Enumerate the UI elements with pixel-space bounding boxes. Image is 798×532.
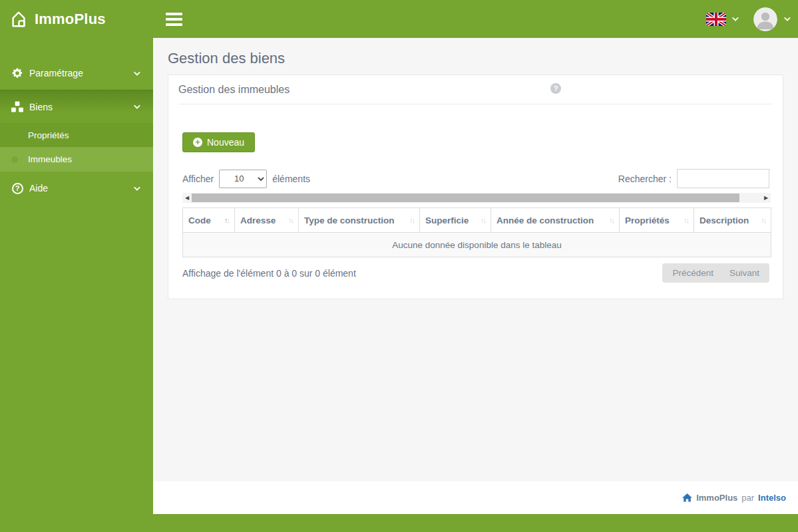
chevron-down-icon [784, 15, 791, 21]
sidebar-item-proprietes[interactable]: Propriétés [0, 123, 153, 147]
scrollbar-thumb[interactable] [192, 194, 739, 202]
sort-icon: ↑↓ [409, 216, 414, 224]
chevron-down-icon [134, 184, 140, 191]
language-selector[interactable] [706, 13, 737, 26]
empty-table-message: Aucune donnée disponible dans le tableau [183, 233, 771, 257]
chevron-down-icon [134, 102, 140, 109]
uk-flag-icon [706, 13, 726, 26]
sidebar-item-label: Biens [29, 102, 53, 112]
sort-icon: ↑↓ [224, 216, 229, 224]
scroll-right-icon[interactable]: ▶ [761, 193, 771, 203]
column-header-description[interactable]: Description ↑↓ [694, 208, 771, 233]
sidebar-item-immeubles[interactable]: Immeubles [0, 147, 153, 172]
user-menu[interactable] [753, 7, 789, 31]
home-icon [682, 493, 692, 502]
column-header-adresse[interactable]: Adresse ↑↓ [235, 208, 299, 233]
immeubles-panel: Gestion des immeubles ? + Nouveau Affich… [168, 74, 783, 299]
table-controls-row: Afficher 10 éléments Rechercher : [182, 169, 769, 188]
sort-icon: ↑↓ [609, 216, 614, 224]
new-button-label: Nouveau [207, 137, 244, 148]
table-footer-row: Affichage de l'élément 0 à 0 sur 0 éléme… [182, 263, 769, 283]
sidebar-item-aide[interactable]: ? Aide [0, 172, 153, 205]
footer-company-link[interactable]: Intelso [758, 493, 786, 503]
chevron-down-icon [732, 15, 739, 21]
sidebar-item-parametrage[interactable]: Paramétrage [0, 57, 153, 90]
panel-title: Gestion des immeubles [178, 84, 290, 95]
question-circle-icon: ? [11, 183, 24, 194]
house-logo-icon [9, 9, 29, 30]
length-label-prefix: Afficher [182, 174, 214, 184]
search-control: Rechercher : [618, 169, 769, 188]
column-header-annee-construction[interactable]: Année de construction ↑↓ [491, 208, 620, 233]
page-footer: ImmoPlus par Intelso [153, 481, 798, 514]
sidebar-item-biens[interactable]: Biens [0, 90, 153, 123]
column-header-proprietes[interactable]: Propriétés ↑↓ [620, 208, 694, 233]
chevron-down-icon [134, 69, 140, 76]
horizontal-scrollbar[interactable]: ◀ ▶ [182, 193, 771, 203]
main-content: Gestion des biens Gestion des immeubles … [153, 38, 798, 481]
help-icon[interactable]: ? [550, 83, 561, 94]
sidebar-item-label: Paramétrage [29, 68, 83, 78]
sort-icon: ↑↓ [684, 216, 688, 224]
active-dot-icon [11, 156, 18, 163]
column-header-type-construction[interactable]: Type de construction ↑↓ [299, 208, 420, 233]
sort-icon: ↑↓ [288, 216, 293, 224]
avatar [753, 7, 777, 31]
topbar-right-section [706, 7, 798, 31]
length-label-suffix: éléments [272, 174, 310, 184]
search-label: Rechercher : [618, 174, 672, 184]
page-title: Gestion des biens [168, 50, 783, 67]
footer-separator: par [741, 493, 754, 503]
scroll-left-icon[interactable]: ◀ [182, 193, 192, 203]
pagination: Précédent Suivant [662, 263, 769, 283]
search-input[interactable] [677, 169, 769, 188]
cubes-icon [11, 101, 24, 113]
sort-icon: ↑↓ [481, 216, 485, 224]
table-info: Affichage de l'élément 0 à 0 sur 0 éléme… [182, 268, 356, 279]
sidebar-subitem-label: Immeubles [28, 154, 72, 164]
sidebar-menu: Paramétrage Biens Propriétés [0, 38, 153, 205]
sidebar-item-label: Aide [29, 183, 48, 194]
empty-table-row: Aucune donnée disponible dans le tableau [183, 233, 771, 257]
brand-name: ImmoPlus [35, 11, 106, 28]
gear-icon [11, 67, 24, 79]
sidebar: Paramétrage Biens Propriétés [0, 38, 153, 514]
hamburger-menu-icon[interactable] [163, 10, 185, 29]
page-length-select[interactable]: 10 [219, 170, 267, 188]
immeubles-table: Code ↑↓ Adresse ↑↓ Type de constructio [182, 207, 771, 257]
app-window: ImmoPlus [0, 0, 798, 532]
new-button[interactable]: + Nouveau [182, 132, 255, 152]
plus-circle-icon: + [193, 138, 202, 147]
bottom-green-bar [0, 514, 798, 532]
panel-header: Gestion des immeubles ? [168, 75, 783, 104]
footer-brand: ImmoPlus [696, 493, 737, 503]
brand-logo[interactable]: ImmoPlus [0, 9, 153, 30]
column-header-superficie[interactable]: Superficie ↑↓ [420, 208, 491, 233]
previous-page-button[interactable]: Précédent [672, 268, 713, 278]
top-bar: ImmoPlus [0, 0, 798, 38]
sort-icon: ↑↓ [761, 216, 765, 224]
table-header-row: Code ↑↓ Adresse ↑↓ Type de constructio [183, 208, 771, 233]
panel-body: + Nouveau Afficher 10 éléments Recherche… [168, 104, 783, 299]
next-page-button[interactable]: Suivant [729, 268, 759, 278]
column-header-code[interactable]: Code ↑↓ [183, 208, 235, 233]
sidebar-subitem-label: Propriétés [28, 130, 69, 140]
